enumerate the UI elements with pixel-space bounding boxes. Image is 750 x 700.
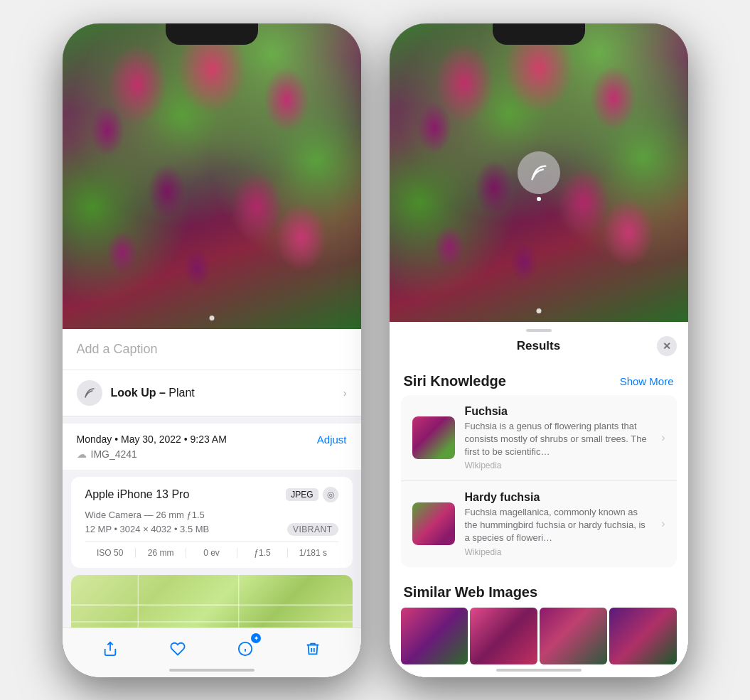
fuchsia-chevron-icon: › <box>661 431 665 444</box>
similar-image-1[interactable] <box>401 608 468 664</box>
knowledge-card: Fuchsia Fuchsia is a genus of flowering … <box>401 395 677 567</box>
fuchsia-source: Wikipedia <box>465 461 652 470</box>
device-row: Apple iPhone 13 Pro JPEG ◎ <box>85 487 338 502</box>
similar-section: Similar Web Images <box>390 573 688 664</box>
hardy-fuchsia-item[interactable]: Hardy fuchsia Fuchsia magellanica, commo… <box>401 481 677 567</box>
exif-shutter: 1/181 s <box>288 548 338 558</box>
format-badge: JPEG <box>286 488 318 501</box>
leaf-icon <box>83 387 96 399</box>
hardy-chevron-icon: › <box>661 517 665 530</box>
siri-knowledge-title: Siri Knowledge <box>404 373 506 389</box>
similar-image-2[interactable] <box>470 608 537 664</box>
similar-title: Similar Web Images <box>390 580 688 608</box>
fuchsia-thumbnail <box>412 416 455 459</box>
info-badge: ✦ <box>251 633 261 643</box>
right-page-indicator <box>536 308 541 313</box>
home-indicator <box>169 669 255 672</box>
date-row: Monday • May 30, 2022 • 9:23 AM Adjust <box>77 434 347 446</box>
fuchsia-text: Fuchsia Fuchsia is a genus of flowering … <box>465 405 652 471</box>
cloud-icon: ☁ <box>77 448 87 460</box>
similar-image-4[interactable] <box>609 608 677 664</box>
device-name: Apple iPhone 13 Pro <box>85 488 190 501</box>
fuchsia-item[interactable]: Fuchsia Fuchsia is a genus of flowering … <box>401 395 677 482</box>
share-button[interactable] <box>96 635 124 663</box>
exif-ev: 0 ev <box>186 548 237 558</box>
lookup-row[interactable]: Look Up – Plant › <box>63 370 361 416</box>
fuchsia-name: Fuchsia <box>465 405 652 418</box>
location-icon: ◎ <box>323 487 338 502</box>
device-block: Apple iPhone 13 Pro JPEG ◎ Wide Camera —… <box>71 477 353 568</box>
lookup-chevron-icon: › <box>343 387 347 399</box>
file-info: 12 MP • 3024 × 4032 • 3.5 MB <box>85 524 210 534</box>
info-button[interactable]: ✦ <box>231 635 259 663</box>
caption-input[interactable]: Add a Caption <box>63 329 361 370</box>
sheet-header: Results ✕ <box>390 332 688 360</box>
similar-image-3[interactable] <box>540 608 607 664</box>
exif-aperture: ƒ1.5 <box>237 548 288 558</box>
exif-focal: 26 mm <box>136 548 186 558</box>
filename-row: ☁ IMG_4241 <box>77 448 347 460</box>
similar-images-row <box>390 608 688 664</box>
hardy-description: Fuchsia magellanica, commonly known as t… <box>465 506 652 545</box>
lookup-text: Look Up – Plant <box>111 387 195 399</box>
filename-text: IMG_4241 <box>91 448 137 460</box>
sheet-content: Siri Knowledge Show More Fuchsia Fuchsia… <box>390 360 688 677</box>
right-phone: Results ✕ Siri Knowledge Show More Fuchs… <box>390 23 688 677</box>
close-button[interactable]: ✕ <box>657 336 677 356</box>
hardy-name: Hardy fuchsia <box>465 491 652 504</box>
map-area[interactable] <box>71 575 353 628</box>
siri-knowledge-header: Siri Knowledge Show More <box>390 366 688 395</box>
exif-row: ISO 50 26 mm 0 ev ƒ1.5 1/181 s <box>85 542 338 558</box>
right-home-indicator <box>496 669 582 672</box>
hardy-text: Hardy fuchsia Fuchsia magellanica, commo… <box>465 491 652 557</box>
phone-notch <box>166 23 258 45</box>
page-indicator <box>209 316 214 321</box>
left-phone: Add a Caption Look Up – Plant › Monday •… <box>63 23 361 677</box>
hardy-source: Wikipedia <box>465 547 652 557</box>
adjust-button[interactable]: Adjust <box>317 434 347 446</box>
camera-info: Wide Camera — 26 mm ƒ1.5 <box>85 510 338 520</box>
results-sheet: Results ✕ Siri Knowledge Show More Fuchs… <box>390 322 688 677</box>
right-photo-area[interactable] <box>390 23 688 322</box>
favorite-button[interactable] <box>164 635 192 663</box>
right-phone-notch <box>493 23 585 45</box>
delete-button[interactable] <box>299 635 327 663</box>
style-badge: VIBRANT <box>287 523 338 536</box>
hardy-thumbnail <box>412 502 455 545</box>
visual-lookup-dot <box>537 197 541 201</box>
device-badges: JPEG ◎ <box>286 487 338 502</box>
date-text: Monday • May 30, 2022 • 9:23 AM <box>77 434 227 445</box>
file-info-row: 12 MP • 3024 × 4032 • 3.5 MB VIBRANT <box>85 523 338 536</box>
fuchsia-description: Fuchsia is a genus of flowering plants t… <box>465 420 652 459</box>
exif-iso: ISO 50 <box>85 548 136 558</box>
metadata-block: Monday • May 30, 2022 • 9:23 AM Adjust ☁… <box>63 424 361 470</box>
leaf-visual-icon <box>529 163 549 183</box>
info-area: Add a Caption Look Up – Plant › Monday •… <box>63 329 361 628</box>
right-phone-screen: Results ✕ Siri Knowledge Show More Fuchs… <box>390 23 688 677</box>
lookup-icon <box>77 380 102 406</box>
left-phone-screen: Add a Caption Look Up – Plant › Monday •… <box>63 23 361 677</box>
flower-photo <box>63 23 361 329</box>
show-more-button[interactable]: Show More <box>620 375 674 387</box>
map-roads-svg <box>71 575 353 628</box>
sheet-title: Results <box>517 339 560 353</box>
visual-lookup-button[interactable] <box>518 151 560 194</box>
photo-area[interactable] <box>63 23 361 329</box>
